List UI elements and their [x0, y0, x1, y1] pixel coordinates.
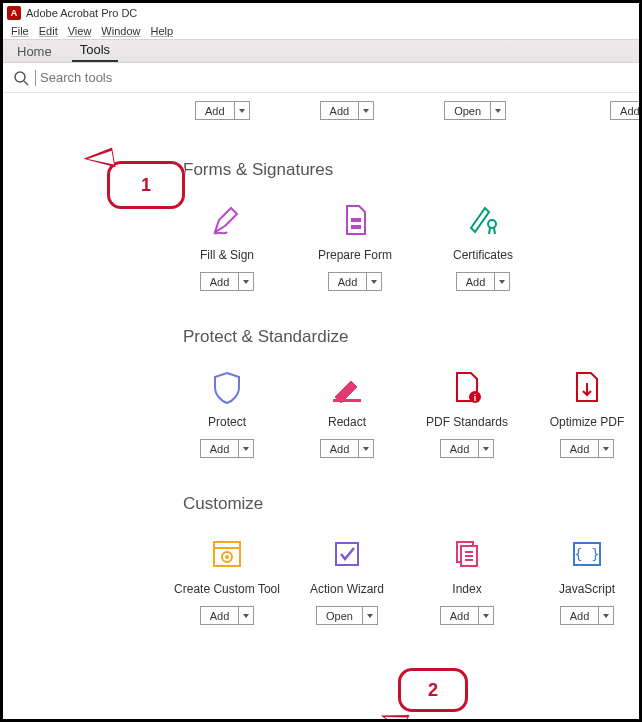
tool-fill-sign[interactable]: Fill & Sign Add [183, 202, 271, 291]
annotation-callout-2: 2 [398, 668, 468, 712]
chevron-down-icon[interactable] [363, 607, 377, 624]
chevron-down-icon[interactable] [599, 607, 613, 624]
annotation-number: 1 [141, 175, 151, 196]
redact-marker-icon [329, 369, 365, 405]
tool-label: Action Wizard [310, 582, 384, 596]
section-protect-standardize: Protect & Standardize Protect Add Redact… [3, 327, 639, 458]
pdf-info-icon: i [449, 369, 485, 405]
add-button[interactable]: Add [200, 606, 255, 625]
chevron-down-icon[interactable] [479, 607, 493, 624]
tool-label: Certificates [453, 248, 513, 262]
add-button[interactable]: Add [328, 272, 383, 291]
annotation-number: 2 [428, 680, 438, 701]
section-title: Forms & Signatures [183, 160, 639, 180]
svg-marker-18 [603, 447, 609, 451]
gear-window-icon [209, 536, 245, 572]
form-page-icon [337, 202, 373, 238]
svg-marker-11 [499, 280, 505, 284]
add-button[interactable]: Add [200, 439, 255, 458]
tool-label: PDF Standards [426, 415, 508, 429]
chevron-down-icon[interactable] [239, 273, 253, 290]
top-add-button-1[interactable]: Add [195, 101, 250, 120]
svg-marker-34 [603, 614, 609, 618]
chevron-down-icon[interactable] [359, 440, 373, 457]
section-customize: Customize Create Custom Tool Add Action … [3, 494, 639, 625]
nav-bar: Home Tools [3, 39, 639, 63]
svg-text:{ }: { } [574, 546, 599, 562]
svg-text:i: i [474, 393, 477, 403]
tool-prepare-form[interactable]: Prepare Form Add [311, 202, 399, 291]
svg-point-22 [225, 555, 229, 559]
tool-create-custom[interactable]: Create Custom Tool Add [183, 536, 271, 625]
svg-marker-6 [243, 280, 249, 284]
tool-javascript[interactable]: { } JavaScript Add [543, 536, 631, 625]
certificate-ribbon-icon [465, 202, 501, 238]
tool-pdf-standards[interactable]: i PDF Standards Add [423, 369, 511, 458]
svg-marker-14 [363, 447, 369, 451]
svg-rect-24 [336, 543, 358, 565]
add-button[interactable]: Add [200, 272, 255, 291]
nav-home[interactable]: Home [9, 40, 60, 62]
svg-marker-31 [483, 614, 489, 618]
title-bar: A Adobe Acrobat Pro DC [3, 3, 639, 23]
text-cursor [35, 70, 36, 86]
section-title: Customize [183, 494, 639, 514]
svg-marker-12 [243, 447, 249, 451]
add-button[interactable]: Add [560, 606, 615, 625]
search-icon [13, 70, 29, 86]
menu-help[interactable]: Help [146, 25, 177, 37]
svg-marker-25 [367, 614, 373, 618]
menu-file[interactable]: File [7, 25, 33, 37]
section-title: Protect & Standardize [183, 327, 639, 347]
tool-protect[interactable]: Protect Add [183, 369, 271, 458]
chevron-down-icon[interactable] [367, 273, 381, 290]
tool-label: JavaScript [559, 582, 615, 596]
pdf-arrow-down-icon [569, 369, 605, 405]
tool-label: Index [452, 582, 481, 596]
add-button[interactable]: Add [560, 439, 615, 458]
add-button[interactable]: Add [440, 606, 495, 625]
top-open-button[interactable]: Open [444, 101, 506, 120]
tool-redact[interactable]: Redact Add [303, 369, 391, 458]
search-input[interactable] [38, 69, 238, 86]
tool-certificates[interactable]: Certificates Add [439, 202, 527, 291]
svg-marker-9 [371, 280, 377, 284]
chevron-down-icon[interactable] [491, 102, 505, 119]
svg-rect-8 [351, 225, 361, 229]
add-button[interactable]: Add [320, 439, 375, 458]
top-add-button-2[interactable]: Add [320, 101, 375, 120]
svg-marker-17 [483, 447, 489, 451]
chevron-down-icon[interactable] [495, 273, 509, 290]
svg-rect-7 [351, 218, 361, 222]
open-button[interactable]: Open [316, 606, 378, 625]
tool-label: Redact [328, 415, 366, 429]
chevron-down-icon[interactable] [239, 440, 253, 457]
svg-point-0 [15, 72, 25, 82]
svg-marker-3 [363, 109, 369, 113]
chevron-down-icon[interactable] [359, 102, 373, 119]
tool-index[interactable]: Index Add [423, 536, 511, 625]
chevron-down-icon[interactable] [239, 607, 253, 624]
chevron-down-icon[interactable] [235, 102, 249, 119]
svg-marker-2 [239, 109, 245, 113]
add-button[interactable]: Add [440, 439, 495, 458]
tool-label: Create Custom Tool [174, 582, 280, 596]
menu-edit[interactable]: Edit [35, 25, 62, 37]
tool-optimize-pdf[interactable]: Optimize PDF Add [543, 369, 631, 458]
chevron-down-icon[interactable] [479, 440, 493, 457]
add-button[interactable]: Add [456, 272, 511, 291]
chevron-down-icon[interactable] [599, 440, 613, 457]
shield-icon [209, 369, 245, 405]
checkbox-icon [329, 536, 365, 572]
document-stack-icon [449, 536, 485, 572]
nav-tools[interactable]: Tools [72, 38, 118, 62]
menu-window[interactable]: Window [97, 25, 144, 37]
app-icon: A [7, 6, 21, 20]
braces-icon: { } [569, 536, 605, 572]
svg-line-1 [24, 81, 28, 85]
tool-action-wizard[interactable]: Action Wizard Open [303, 536, 391, 625]
menu-view[interactable]: View [64, 25, 96, 37]
top-add-button-3[interactable]: Add [610, 101, 639, 120]
content-area: 1 Add Add Open Add Forms & Signatures Fi… [3, 93, 639, 719]
pen-sign-icon [209, 202, 245, 238]
